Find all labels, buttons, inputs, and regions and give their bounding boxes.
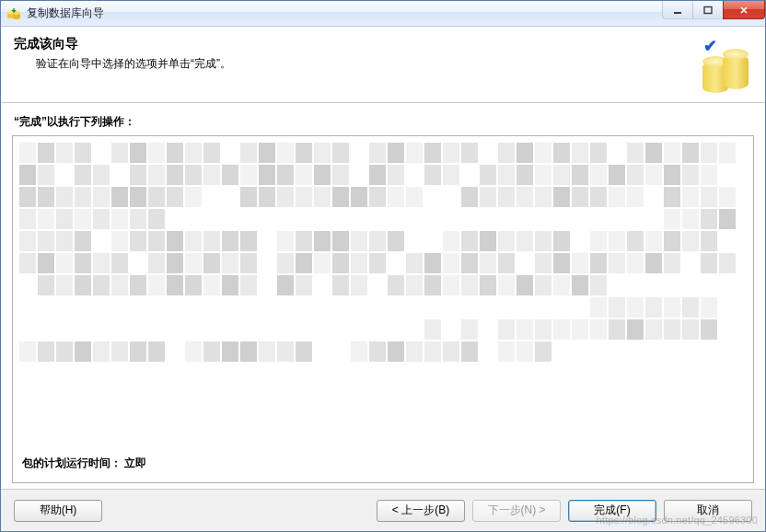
instruction-text: “完成”以执行下列操作： [12,112,754,135]
database-icon [701,49,752,93]
app-icon [6,6,21,21]
content-area: “完成”以执行下列操作： // placeholder; real blocks… [1,103,765,489]
wizard-header-graphic: ✔ [686,36,752,91]
wizard-window: 复制数据库向导 完成该向导 验证在向导中选择的选项并单击“完成”。 ✔ [0,0,766,532]
page-title: 完成该向导 [14,36,686,52]
cancel-button[interactable]: 取消 [664,500,752,522]
page-subtitle: 验证在向导中选择的选项并单击“完成”。 [14,56,686,72]
wizard-header: 完成该向导 验证在向导中选择的选项并单击“完成”。 ✔ [1,27,765,103]
svg-rect-7 [704,6,712,13]
help-button[interactable]: 帮助(H) [14,500,102,522]
window-title: 复制数据库向导 [27,6,761,21]
svg-rect-6 [674,12,681,14]
title-bar[interactable]: 复制数据库向导 [1,1,765,27]
wizard-header-text: 完成该向导 验证在向导中选择的选项并单击“完成”。 [14,36,686,91]
schedule-line: 包的计划运行时间： 立即 [22,456,146,471]
window-controls [663,1,765,19]
redacted-summary: // placeholder; real blocks injected bel… [13,136,753,431]
summary-box: // placeholder; real blocks injected bel… [12,135,754,483]
finish-button[interactable]: 完成(F) [568,500,656,522]
maximize-button[interactable] [692,1,724,19]
minimize-button[interactable] [662,1,693,19]
next-button: 下一步(N) > [472,500,561,522]
button-bar: 帮助(H) < 上一步(B) 下一步(N) > 完成(F) 取消 [1,489,765,531]
back-button[interactable]: < 上一步(B) [377,500,465,522]
close-button[interactable] [723,1,765,19]
